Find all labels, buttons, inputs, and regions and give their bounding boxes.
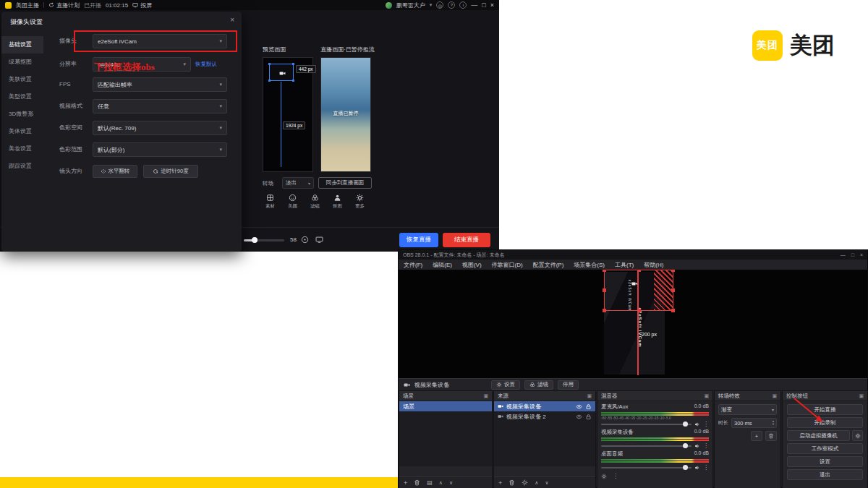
tool-more[interactable]: 更多 (349, 194, 371, 210)
lock-icon[interactable] (585, 403, 592, 410)
live-plan-button[interactable]: 直播计划 (48, 1, 80, 9)
source-properties-button[interactable]: 设置 (491, 380, 520, 390)
move-up-icon[interactable]: ∧ (535, 480, 538, 486)
virtual-camera-settings-button[interactable] (852, 430, 863, 441)
source-deactivate-button[interactable]: 停用 (558, 380, 579, 390)
menu-file[interactable]: 文件(F) (399, 261, 427, 269)
scene-item[interactable]: 场景 (399, 401, 492, 411)
selection-handle[interactable] (671, 270, 675, 272)
selection-handle[interactable] (268, 80, 271, 82)
menu-tools[interactable]: 工具(T) (610, 261, 639, 269)
record-icon[interactable]: ◎ (436, 1, 443, 9)
gear-icon[interactable] (601, 474, 607, 479)
channel-volume-slider[interactable] (601, 424, 692, 425)
minimize-button[interactable]: — (841, 252, 846, 257)
slider-knob[interactable] (683, 421, 688, 427)
resume-live-button[interactable]: 恢复直播 (399, 233, 438, 247)
channel-menu-icon[interactable]: ⋮ (703, 442, 709, 449)
chevron-down-icon[interactable]: ▾ (430, 2, 433, 8)
flip-horizontal-button[interactable]: 水平翻转 (93, 165, 137, 178)
virtual-camera-button[interactable]: 启动虚拟摄像机 (787, 430, 850, 441)
transition-type-select[interactable]: 渐变 ▾ (718, 404, 777, 415)
format-select[interactable]: 任意 ▾ (93, 99, 227, 114)
adjust-dial-icon[interactable] (301, 236, 309, 244)
dock-popout-icon[interactable]: ▣ (483, 393, 488, 399)
dock-popout-icon[interactable]: ▣ (704, 393, 709, 399)
rotate-ccw-button[interactable]: 逆时针90度 (143, 165, 198, 178)
move-down-icon[interactable]: ∨ (449, 480, 453, 486)
preview-canvas[interactable]: 442 px 1924 px (263, 57, 313, 172)
dialog-tab-greenscreen[interactable]: 绿幕抠图 (1, 53, 43, 71)
speaker-icon[interactable] (694, 465, 700, 471)
tool-filter[interactable]: 滤镜 (304, 194, 326, 210)
selection-handle[interactable] (603, 270, 606, 272)
speaker-icon[interactable] (694, 421, 700, 427)
eye-icon[interactable] (576, 403, 582, 410)
selection-handle[interactable] (292, 80, 294, 82)
trash-icon[interactable] (414, 479, 420, 486)
dialog-tab-3d[interactable]: 3D微整形 (1, 106, 43, 123)
settings-button[interactable]: 设置 (787, 456, 863, 467)
slider-knob[interactable] (683, 465, 688, 470)
add-source-button[interactable]: + (498, 479, 502, 487)
selection-handle[interactable] (603, 309, 606, 312)
dialog-tab-body[interactable]: 美体设置 (1, 123, 43, 140)
colorrange-select[interactable]: 默认(部分) ▾ (93, 142, 227, 157)
dialog-tab-shape[interactable]: 美型设置 (1, 88, 43, 106)
channel-menu-icon[interactable]: ⋮ (703, 464, 709, 471)
trash-icon[interactable] (509, 479, 515, 486)
maximize-button[interactable]: □ (482, 2, 485, 9)
move-up-icon[interactable]: ∧ (439, 480, 443, 486)
menu-help[interactable]: 帮助(H) (639, 261, 668, 269)
dialog-tab-tracking[interactable]: 跟踪设置 (1, 158, 43, 175)
slider-knob[interactable] (683, 443, 688, 448)
speaker-icon[interactable] (694, 443, 700, 449)
selection-handle[interactable] (268, 63, 271, 65)
tool-material[interactable]: 素材 (259, 194, 281, 210)
source-item[interactable]: 视频采集设备 2 (494, 411, 595, 421)
spin-down-icon[interactable]: ▾ (773, 423, 774, 426)
selection-handle[interactable] (671, 309, 675, 312)
selection-handle[interactable] (292, 63, 294, 65)
tool-beauty[interactable]: 美颜 (281, 194, 304, 210)
fps-select[interactable]: 匹配输出帧率 ▾ (93, 77, 227, 92)
user-avatar[interactable] (386, 2, 392, 9)
dialog-tab-makeup[interactable]: 美妆设置 (1, 140, 43, 158)
resolution-reset-link[interactable]: 恢复默认 (195, 61, 217, 68)
menu-scene-collection[interactable]: 场景集合(S) (569, 261, 610, 269)
info-icon[interactable]: i (459, 1, 467, 9)
minimize-button[interactable]: — (471, 2, 477, 9)
tool-matting[interactable]: 抠图 (326, 194, 349, 210)
colorspace-select[interactable]: 默认(Rec. 709) ▾ (93, 121, 227, 135)
studio-mode-button[interactable]: 工作室模式 (787, 443, 863, 454)
selection-box[interactable] (604, 270, 673, 311)
source-filters-button[interactable]: 滤镜 (524, 380, 553, 390)
scene-filters-icon[interactable]: ▤ (427, 479, 433, 486)
dock-popout-icon[interactable]: ▣ (587, 393, 592, 399)
dialog-tab-skin[interactable]: 美肤设置 (1, 71, 43, 88)
close-button[interactable]: × (860, 252, 863, 257)
dialog-close-button[interactable]: × (230, 16, 234, 24)
remove-transition-button[interactable] (765, 431, 777, 441)
menu-view[interactable]: 视图(V) (457, 261, 487, 269)
channel-menu-icon[interactable]: ⋮ (703, 421, 709, 427)
cast-button[interactable]: 投屏 (132, 1, 152, 9)
menu-docks[interactable]: 停靠窗口(D) (487, 261, 528, 269)
channel-volume-slider[interactable] (601, 467, 692, 468)
duration-spinbox[interactable]: 300 ms ▴▾ (731, 418, 777, 428)
move-down-icon[interactable]: ∨ (545, 480, 548, 486)
lock-icon[interactable] (585, 414, 592, 420)
selected-source[interactable] (269, 64, 294, 81)
dock-popout-icon[interactable]: ▣ (859, 393, 864, 399)
add-transition-button[interactable]: + (751, 431, 762, 441)
selection-handle[interactable] (671, 288, 675, 292)
end-live-button[interactable]: 结束直播 (443, 233, 490, 247)
selection-handle[interactable] (603, 288, 606, 292)
help-icon[interactable]: ? (448, 1, 455, 9)
transition-select[interactable]: 淡出 ▾ (282, 177, 314, 189)
obs-canvas[interactable]: e2eSoft iVCam e2eSoft iVCam 200 px (399, 270, 867, 378)
exit-button[interactable]: 退出 (787, 469, 863, 480)
source-item[interactable]: 视频采集设备 (494, 401, 595, 411)
dialog-tab-basic[interactable]: 基础设置 (1, 36, 43, 53)
maximize-button[interactable]: □ (851, 252, 854, 257)
